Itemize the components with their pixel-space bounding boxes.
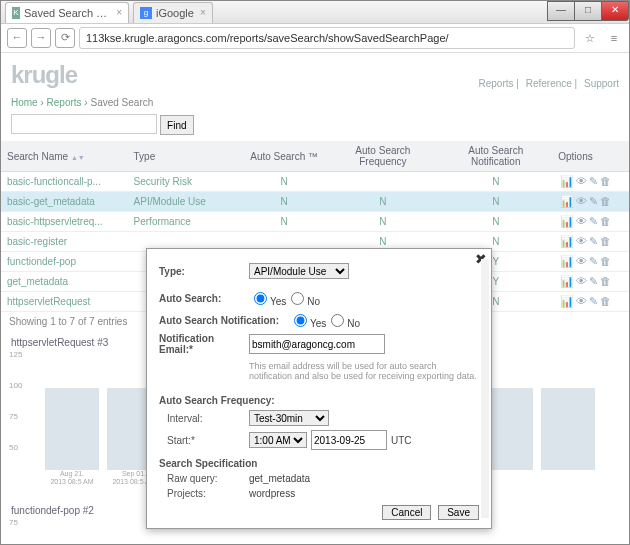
- cell-name: functiondef-pop: [1, 252, 128, 272]
- cancel-button[interactable]: Cancel: [382, 505, 431, 520]
- notif-no[interactable]: No: [326, 311, 360, 329]
- back-button[interactable]: ←: [7, 28, 27, 48]
- option-icon-0[interactable]: 📊: [560, 255, 574, 267]
- forward-button[interactable]: →: [31, 28, 51, 48]
- option-icon-1[interactable]: 👁: [576, 255, 587, 267]
- link-reports[interactable]: Reports: [479, 78, 514, 89]
- sort-icon[interactable]: ▲▼: [71, 154, 85, 161]
- maximize-button[interactable]: □: [574, 1, 602, 21]
- option-icon-0[interactable]: 📊: [560, 275, 574, 287]
- col-frequency[interactable]: Auto Search Frequency: [327, 141, 440, 172]
- auto-search-yes[interactable]: Yes: [249, 289, 286, 307]
- radio-label: Yes: [310, 318, 326, 329]
- auto-search-no[interactable]: No: [286, 289, 320, 307]
- option-icon-2[interactable]: ✎: [589, 175, 598, 187]
- col-auto-search[interactable]: Auto Search ™: [242, 141, 327, 172]
- email-input[interactable]: [249, 334, 385, 354]
- frequency-section-label: Auto Search Frequency:: [159, 395, 479, 406]
- notif-yes[interactable]: Yes: [289, 311, 326, 329]
- table-row[interactable]: basic-get_metadataAPI/Module UseNNN📊👁✎🗑: [1, 192, 629, 212]
- logo: krugle: [11, 61, 77, 89]
- option-icon-0[interactable]: 📊: [560, 215, 574, 227]
- cell-options: 📊👁✎🗑: [552, 212, 629, 232]
- option-icon-3[interactable]: 🗑: [600, 195, 611, 207]
- option-icon-2[interactable]: ✎: [589, 195, 598, 207]
- option-icon-0[interactable]: 📊: [560, 175, 574, 187]
- crumb-current: Saved Search: [90, 97, 153, 108]
- col-type[interactable]: Type: [128, 141, 242, 172]
- y-axis: 125 100 75 50: [9, 350, 22, 452]
- cell-type: Performance: [128, 212, 242, 232]
- projects-value: wordpress: [249, 488, 295, 499]
- start-date-input[interactable]: [311, 430, 387, 450]
- radio-yes[interactable]: [254, 292, 267, 305]
- option-icon-1[interactable]: 👁: [576, 195, 587, 207]
- option-icon-3[interactable]: 🗑: [600, 295, 611, 307]
- radio-no[interactable]: [291, 292, 304, 305]
- radio-label: No: [347, 318, 360, 329]
- option-icon-3[interactable]: 🗑: [600, 175, 611, 187]
- cell-type: Security Risk: [128, 172, 242, 192]
- col-notification[interactable]: Auto Search Notification: [439, 141, 552, 172]
- link-reference[interactable]: Reference: [526, 78, 572, 89]
- dialog-scrollbar[interactable]: [481, 259, 489, 518]
- option-icon-0[interactable]: 📊: [560, 295, 574, 307]
- option-icon-1[interactable]: 👁: [576, 175, 587, 187]
- radio-yes[interactable]: [294, 314, 307, 327]
- browser-tab[interactable]: g iGoogle ×: [133, 2, 213, 23]
- option-icon-1[interactable]: 👁: [576, 275, 587, 287]
- option-icon-3[interactable]: 🗑: [600, 215, 611, 227]
- link-support[interactable]: Support: [584, 78, 619, 89]
- option-icon-2[interactable]: ✎: [589, 295, 598, 307]
- notification-label: Auto Search Notification:: [159, 315, 289, 326]
- option-icon-0[interactable]: 📊: [560, 235, 574, 247]
- option-icon-3[interactable]: 🗑: [600, 275, 611, 287]
- projects-label: Projects:: [159, 488, 249, 499]
- cell-name: get_metadata: [1, 272, 128, 292]
- option-icon-2[interactable]: ✎: [589, 255, 598, 267]
- col-options: Options: [552, 141, 629, 172]
- close-window-button[interactable]: ✕: [601, 1, 629, 21]
- favicon-google: g: [140, 7, 152, 19]
- browser-window: K Saved Search - Krugle Ent × g iGoogle …: [0, 0, 630, 545]
- option-icon-1[interactable]: 👁: [576, 295, 587, 307]
- close-tab-icon[interactable]: ×: [200, 7, 206, 18]
- option-icon-1[interactable]: 👁: [576, 215, 587, 227]
- option-icon-0[interactable]: 📊: [560, 195, 574, 207]
- close-tab-icon[interactable]: ×: [116, 7, 122, 18]
- cell-options: 📊👁✎🗑: [552, 292, 629, 312]
- menu-icon[interactable]: ≡: [605, 29, 623, 47]
- address-bar[interactable]: 113kse.krugle.aragoncs.com/reports/saveS…: [79, 27, 575, 49]
- browser-tab-active[interactable]: K Saved Search - Krugle Ent ×: [5, 2, 129, 23]
- crumb-home[interactable]: Home: [11, 97, 38, 108]
- edit-saved-search-dialog: ✖ Type: API/Module Use Auto Search: Yes …: [146, 248, 492, 529]
- reload-button[interactable]: ⟳: [55, 28, 75, 48]
- option-icon-2[interactable]: ✎: [589, 275, 598, 287]
- table-row[interactable]: basic-httpservletreq...PerformanceNNN📊👁✎…: [1, 212, 629, 232]
- interval-select[interactable]: Test-30min: [249, 410, 329, 426]
- option-icon-2[interactable]: ✎: [589, 215, 598, 227]
- radio-no[interactable]: [331, 314, 344, 327]
- bookmark-star-icon[interactable]: ☆: [581, 29, 599, 47]
- table-row[interactable]: basic-functioncall-p...Security RiskNN📊👁…: [1, 172, 629, 192]
- crumb-reports[interactable]: Reports: [47, 97, 82, 108]
- cell-name: basic-functioncall-p...: [1, 172, 128, 192]
- option-icon-3[interactable]: 🗑: [600, 255, 611, 267]
- type-select[interactable]: API/Module Use: [249, 263, 349, 279]
- start-time-select[interactable]: 1:00 AM: [249, 432, 307, 448]
- y-tick: 50: [9, 443, 22, 452]
- email-label: Notification Email:*: [159, 333, 249, 355]
- save-button[interactable]: Save: [438, 505, 479, 520]
- option-icon-2[interactable]: ✎: [589, 235, 598, 247]
- cell-options: 📊👁✎🗑: [552, 192, 629, 212]
- col-search-name[interactable]: Search Name ▲▼: [1, 141, 128, 172]
- find-input[interactable]: [11, 114, 157, 134]
- find-button[interactable]: Find: [160, 115, 193, 135]
- cell-notif: N: [439, 192, 552, 212]
- option-icon-1[interactable]: 👁: [576, 235, 587, 247]
- cell-name: basic-register: [1, 232, 128, 252]
- tab-title: Saved Search - Krugle Ent: [24, 7, 110, 19]
- minimize-button[interactable]: —: [547, 1, 575, 21]
- option-icon-3[interactable]: 🗑: [600, 235, 611, 247]
- y-tick: 125: [9, 350, 22, 359]
